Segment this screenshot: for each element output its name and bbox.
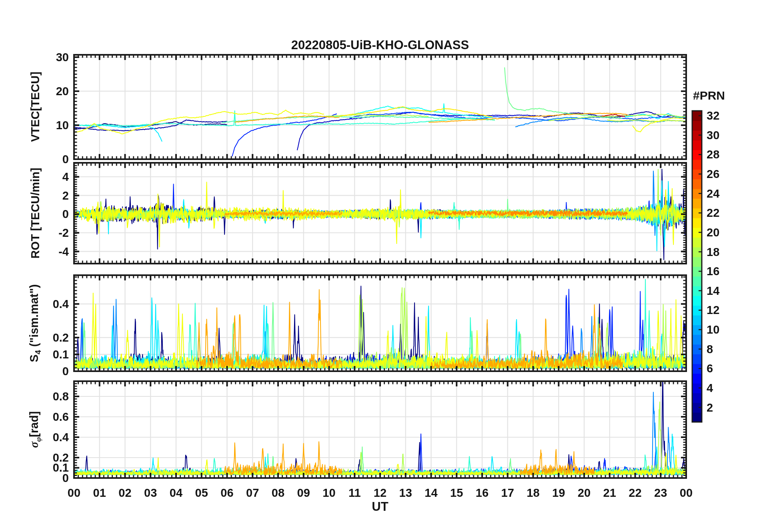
y-tick-label: 4 xyxy=(0,170,69,184)
colorbar-tick-label: 22 xyxy=(707,206,719,220)
y-tick-label: 10 xyxy=(0,118,69,132)
y-tick-label: 0.4 xyxy=(0,297,69,310)
y-tick-label: 0 xyxy=(0,208,69,221)
y-tick-label: 0.1 xyxy=(0,348,69,361)
colorbar-tick-label: 26 xyxy=(707,168,719,181)
colorbar-tick-label: 10 xyxy=(707,323,719,336)
y-tick-label: 0.6 xyxy=(0,410,69,423)
colorbar-tick-label: 24 xyxy=(707,187,719,200)
y-tick-label: -4 xyxy=(0,245,69,258)
y-tick-label: 20 xyxy=(0,84,69,98)
y-tick-label: 0.2 xyxy=(0,331,69,344)
x-axis-label: UT xyxy=(74,500,686,514)
colorbar-label: #PRN xyxy=(685,89,733,102)
x-tick-label: 00 xyxy=(668,486,704,500)
colorbar-tick-label: 14 xyxy=(707,284,719,297)
colorbar-tick-label: 2 xyxy=(707,401,713,414)
colorbar-tick-label: 30 xyxy=(707,128,719,142)
y-tick-label: -2 xyxy=(0,226,69,240)
colorbar-tick-label: 4 xyxy=(707,381,713,394)
colorbar-tick-label: 18 xyxy=(707,245,719,258)
y-tick-label: 2 xyxy=(0,189,69,202)
y-tick-label: 0.8 xyxy=(0,390,69,403)
colorbar-tick-label: 8 xyxy=(707,342,713,356)
scintillation-figure: 20220805-UiB-KHO-GLONASS VTEC[TECU] ROT … xyxy=(0,0,761,532)
colorbar-tick-label: 12 xyxy=(707,304,719,317)
y-tick-label: 0.2 xyxy=(0,451,69,464)
y-tick-label: 30 xyxy=(0,50,69,64)
colorbar-tick-label: 28 xyxy=(707,148,719,161)
colorbar-tick-label: 20 xyxy=(707,226,719,239)
y-tick-label: 0.4 xyxy=(0,430,69,444)
y-tick-label: 0 xyxy=(0,153,69,166)
plot-canvas xyxy=(0,0,761,532)
colorbar-tick-label: 32 xyxy=(707,109,719,122)
y-tick-label: 0 xyxy=(0,365,69,378)
colorbar-tick-label: 16 xyxy=(707,265,719,278)
chart-title: 20220805-UiB-KHO-GLONASS xyxy=(74,38,686,52)
colorbar-tick-label: 6 xyxy=(707,362,713,375)
